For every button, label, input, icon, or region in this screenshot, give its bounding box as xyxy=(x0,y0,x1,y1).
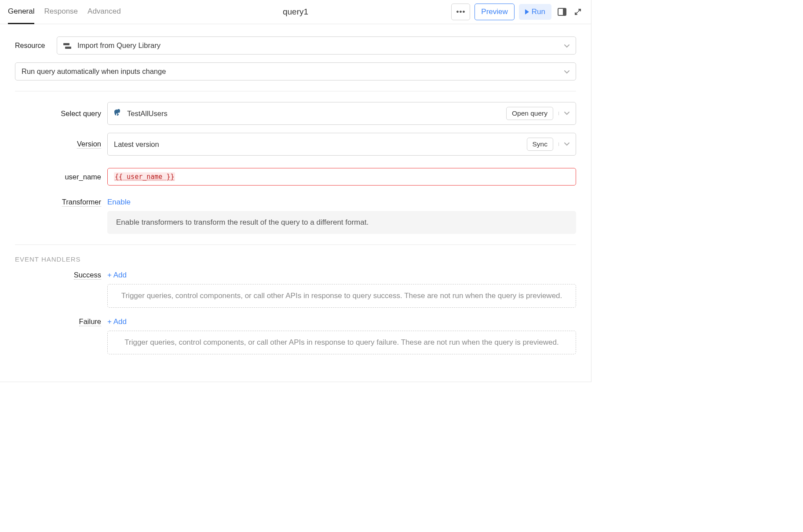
svg-rect-2 xyxy=(63,43,69,45)
resource-label: Resource xyxy=(15,42,57,50)
chevron-down-icon xyxy=(564,41,569,50)
preview-button[interactable]: Preview xyxy=(474,4,514,20)
version-value: Latest version xyxy=(114,140,159,149)
query-editor-header: General Response Advanced query1 ••• Pre… xyxy=(0,0,591,24)
run-button-label: Run xyxy=(532,7,545,16)
open-query-button[interactable]: Open query xyxy=(506,107,553,120)
param-label: user_name xyxy=(15,173,107,181)
library-icon xyxy=(63,43,71,49)
tab-advanced[interactable]: Advanced xyxy=(88,0,121,24)
more-button[interactable]: ••• xyxy=(451,4,470,20)
success-add-link[interactable]: + Add xyxy=(107,271,127,280)
tab-response[interactable]: Response xyxy=(44,0,78,24)
transformer-label: Transformer xyxy=(15,198,107,207)
param-input[interactable]: {{ user_name }} xyxy=(107,168,576,186)
query-name[interactable]: query1 xyxy=(283,7,308,17)
run-behavior-value: Run query automatically when inputs chan… xyxy=(22,67,166,76)
editor-tabs: General Response Advanced xyxy=(8,0,121,24)
panel-toggle-icon[interactable] xyxy=(556,6,568,18)
failure-description: Trigger queries, control components, or … xyxy=(107,331,576,354)
svg-rect-1 xyxy=(563,8,566,15)
transformer-enable-link[interactable]: Enable xyxy=(107,198,131,207)
transformer-description: Enable transformers to transform the res… xyxy=(107,211,576,234)
events-section-title: EVENT HANDLERS xyxy=(15,255,576,263)
run-behavior-select[interactable]: Run query automatically when inputs chan… xyxy=(15,62,576,80)
failure-add-link[interactable]: + Add xyxy=(107,317,127,326)
svg-rect-3 xyxy=(65,47,71,49)
resource-value: Import from Query Library xyxy=(77,41,161,50)
select-query-select[interactable]: TestAllUsers Open query xyxy=(107,102,576,125)
header-actions: ••• Preview Run xyxy=(451,4,583,20)
run-button[interactable]: Run xyxy=(519,4,551,20)
version-label: Version xyxy=(15,140,107,149)
select-query-value: TestAllUsers xyxy=(127,109,168,118)
failure-label: Failure xyxy=(15,317,107,326)
sync-button[interactable]: Sync xyxy=(527,138,553,151)
chevron-down-icon xyxy=(558,112,569,115)
tab-general[interactable]: General xyxy=(8,0,34,24)
chevron-down-icon xyxy=(558,142,569,146)
resource-select[interactable]: Import from Query Library xyxy=(57,36,576,55)
play-icon xyxy=(525,9,529,15)
param-value-token: {{ user_name }} xyxy=(114,172,175,181)
success-description: Trigger queries, control components, or … xyxy=(107,284,576,308)
postgres-icon xyxy=(114,109,123,118)
version-select[interactable]: Latest version Sync xyxy=(107,133,576,156)
success-label: Success xyxy=(15,271,107,280)
chevron-down-icon xyxy=(564,67,569,76)
select-query-label: Select query xyxy=(15,109,107,118)
expand-icon[interactable] xyxy=(573,7,583,17)
